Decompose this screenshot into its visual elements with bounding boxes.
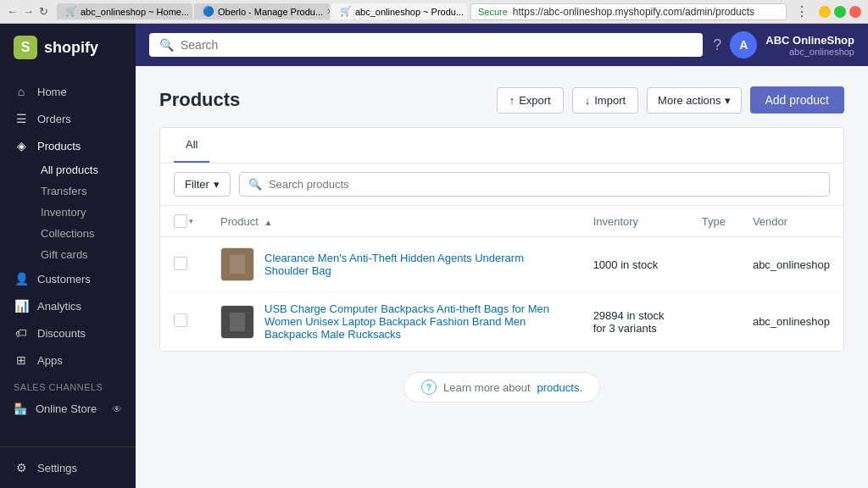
add-product-button[interactable]: Add product (750, 86, 845, 114)
svg-rect-1 (230, 255, 245, 274)
sidebar-settings-label: Settings (37, 462, 77, 474)
page-content: Products ↑ Export ↓ Import More actions … (136, 66, 868, 488)
sidebar-item-discounts[interactable]: 🏷 Discounts (0, 319, 136, 347)
online-store-left: 🏪 Online Store (14, 402, 97, 415)
svg-rect-3 (230, 313, 245, 331)
global-search-bar[interactable]: 🔍 (149, 33, 703, 57)
sidebar-sub-transfers[interactable]: Transfers (27, 180, 136, 202)
product-search-input[interactable] (269, 178, 821, 191)
app-layout: S shopify ⌂ Home ☰ Orders ◈ Products All… (0, 24, 868, 488)
close-btn[interactable] (849, 6, 861, 18)
browser-tabs: 🛒 abc_onlineshop ~ Home... ✕ 🔵 Oberlo - … (57, 3, 467, 19)
page-header: Products ↑ Export ↓ Import More actions … (159, 86, 844, 114)
refresh-icon[interactable]: ↻ (39, 5, 48, 18)
select-chevron-icon[interactable]: ▾ (189, 217, 193, 225)
sidebar-item-customers[interactable]: 👤 Customers (0, 265, 136, 292)
product-search-bar[interactable]: 🔍 (239, 172, 830, 197)
select-all-checkbox[interactable] (174, 214, 187, 228)
product-link-0[interactable]: Clearance Men's Anti-Theft Hidden Agents… (264, 252, 566, 277)
sales-channels-section: SALES CHANNELS (0, 374, 136, 396)
table-header-product: Product ▲ (207, 206, 580, 237)
browser-tab-1[interactable]: 🛒 abc_onlineshop ~ Home... ✕ (57, 3, 192, 19)
card-tabs: All (160, 128, 843, 164)
row-vendor-cell-0: abc_onlineshop (739, 237, 843, 292)
type-col-label: Type (702, 215, 726, 228)
table-row: USB Charge Computer Backpacks Anti-theft… (160, 292, 843, 352)
browser-nav-controls[interactable]: ← → ↻ (7, 5, 48, 18)
minimize-btn[interactable] (819, 6, 831, 18)
sidebar-item-apps[interactable]: ⊞ Apps (0, 347, 136, 374)
apps-icon: ⊞ (14, 353, 29, 367)
table-header-inventory: Inventory (580, 206, 688, 237)
row-checkbox-1[interactable] (174, 313, 187, 327)
user-area: ? A ABC OnlineShop abc_onlineshop (713, 31, 854, 58)
main-area: 🔍 ? A ABC OnlineShop abc_onlineshop Prod… (136, 24, 868, 488)
search-input[interactable] (181, 38, 693, 52)
tab-all[interactable]: All (174, 128, 209, 163)
maximize-btn[interactable] (834, 6, 846, 18)
table-header-vendor: Vendor (739, 206, 843, 237)
row-product-cell-1: USB Charge Computer Backpacks Anti-theft… (207, 292, 580, 352)
analytics-icon: 📊 (14, 299, 29, 313)
sidebar-bottom: ⚙ Settings (0, 446, 136, 488)
page-title: Products (159, 89, 240, 111)
sort-arrow-icon[interactable]: ▲ (264, 218, 272, 227)
sidebar-item-orders[interactable]: ☰ Orders (0, 105, 136, 132)
sidebar-item-products[interactable]: ◈ Products (0, 132, 136, 159)
products-icon: ◈ (14, 139, 29, 152)
products-card: All Filter ▾ 🔍 (159, 127, 844, 352)
row-checkbox-0[interactable] (174, 257, 187, 270)
chevron-down-icon: ▾ (725, 94, 731, 107)
product-thumb-svg-0 (221, 248, 253, 280)
sidebar-sub-collections[interactable]: Collections (27, 223, 136, 244)
product-link-1[interactable]: USB Charge Computer Backpacks Anti-theft… (264, 302, 566, 341)
sidebar: S shopify ⌂ Home ☰ Orders ◈ Products All… (0, 24, 136, 488)
sidebar-item-analytics[interactable]: 📊 Analytics (0, 292, 136, 319)
sidebar-item-online-store[interactable]: 🏪 Online Store 👁 (0, 396, 136, 422)
info-icon: ? (421, 380, 437, 395)
address-bar[interactable]: Secure https://abc-onlineshop.myshopify.… (470, 3, 787, 20)
sidebar-item-home-label: Home (37, 86, 67, 98)
sidebar-nav: ⌂ Home ☰ Orders ◈ Products All products … (0, 71, 136, 446)
browser-tab-2[interactable]: 🔵 Oberlo - Manage Produ... ✕ (194, 3, 330, 19)
table-header-checkbox: ▾ (160, 206, 207, 237)
sidebar-logo: S shopify (0, 24, 136, 71)
shopify-logo-icon: S (14, 36, 37, 59)
window-controls[interactable] (819, 6, 861, 18)
back-icon[interactable]: ← (7, 5, 18, 18)
inventory-col-label: Inventory (593, 215, 638, 228)
import-button[interactable]: ↓ Import (572, 87, 638, 114)
sidebar-item-home[interactable]: ⌂ Home (0, 78, 136, 105)
search-icon: 🔍 (159, 38, 174, 52)
sidebar-sub-gift-cards[interactable]: Gift cards (27, 244, 136, 265)
sidebar-item-customers-label: Customers (37, 273, 91, 286)
address-text: https://abc-onlineshop.myshopify.com/adm… (513, 6, 754, 18)
help-icon[interactable]: ? (713, 36, 721, 54)
product-thumb-1 (220, 305, 254, 339)
product-thumb-0 (220, 247, 254, 281)
learn-more-link[interactable]: products. (537, 381, 582, 394)
table-row: Clearance Men's Anti-Theft Hidden Agents… (160, 237, 843, 292)
secure-badge: Secure (478, 7, 508, 17)
browser-menu-icon[interactable]: ⋮ (795, 3, 809, 19)
online-store-icon: 🏪 (14, 402, 27, 415)
vendor-col-label: Vendor (753, 215, 787, 228)
table-header-type: Type (688, 206, 739, 237)
settings-icon: ⚙ (14, 461, 29, 474)
import-arrow-icon: ↓ (585, 94, 591, 107)
export-button[interactable]: ↑ Export (497, 87, 564, 114)
online-store-toggle-icon[interactable]: 👁 (112, 403, 122, 415)
browser-tab-3[interactable]: 🛒 abc_onlineshop ~ Produ... ✕ (331, 3, 467, 19)
learn-more-box: ? Learn more about products. (403, 372, 600, 402)
filter-button[interactable]: Filter ▾ (174, 172, 231, 197)
user-avatar: A (730, 31, 757, 58)
sidebar-products-submenu: All products Transfers Inventory Collect… (0, 159, 136, 265)
product-thumb-svg-1 (221, 306, 253, 338)
sidebar-item-settings[interactable]: ⚙ Settings (0, 454, 136, 481)
sidebar-sub-all-products[interactable]: All products (27, 159, 136, 180)
forward-icon[interactable]: → (23, 5, 34, 18)
tab-close-2[interactable]: ✕ (326, 7, 330, 16)
sidebar-sub-inventory[interactable]: Inventory (27, 202, 136, 223)
more-actions-button[interactable]: More actions ▾ (647, 87, 741, 114)
tab-favicon-2: 🔵 (203, 6, 214, 17)
